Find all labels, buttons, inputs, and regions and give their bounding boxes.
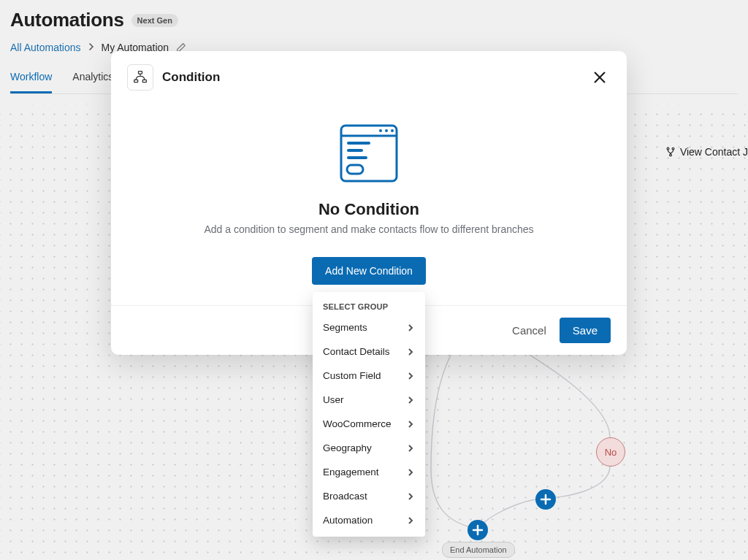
svg-point-9 [385, 129, 388, 132]
breadcrumb-root-link[interactable]: All Automations [10, 42, 81, 53]
branch-icon [665, 147, 676, 157]
add-step-button[interactable] [535, 489, 556, 510]
tab-analytics[interactable]: Analytics [72, 71, 113, 93]
dropdown-item-custom-field[interactable]: Custom Field [313, 364, 425, 388]
cancel-button[interactable]: Cancel [512, 324, 546, 337]
svg-rect-14 [347, 165, 363, 174]
empty-state-subtitle: Add a condition to segment and make cont… [204, 223, 533, 235]
svg-rect-3 [139, 72, 142, 74]
nextgen-badge: Next Gen [131, 14, 178, 27]
chevron-right-icon [406, 323, 415, 332]
svg-point-2 [669, 154, 671, 156]
dropdown-item-label: WooCommerce [323, 418, 392, 429]
condition-group-dropdown: SELECT GROUP Segments Contact Details Cu… [313, 292, 425, 537]
chevron-right-icon [88, 42, 94, 53]
chevron-right-icon [406, 348, 415, 356]
dropdown-item-broadcast[interactable]: Broadcast [313, 484, 425, 508]
page-title-row: Automations Next Gen [10, 9, 738, 31]
branch-no-node[interactable]: No [596, 437, 625, 467]
svg-point-0 [667, 147, 669, 150]
svg-point-8 [379, 129, 382, 132]
add-condition-button[interactable]: Add New Condition [312, 257, 426, 285]
view-contact-button[interactable]: View Contact J [665, 146, 748, 158]
dropdown-group-label: SELECT GROUP [313, 296, 425, 315]
save-button[interactable]: Save [560, 318, 611, 343]
plus-icon [540, 494, 552, 505]
close-button[interactable] [589, 66, 611, 88]
chevron-right-icon [406, 468, 415, 477]
dropdown-item-label: Custom Field [323, 370, 381, 381]
modal-title: Condition [162, 70, 220, 85]
plus-icon [472, 524, 484, 536]
page-title: Automations [10, 9, 124, 31]
dropdown-item-label: Automation [323, 515, 373, 526]
dropdown-item-user[interactable]: User [313, 388, 425, 412]
svg-rect-4 [134, 80, 138, 82]
dropdown-item-segments[interactable]: Segments [313, 315, 425, 340]
dropdown-item-label: Segments [323, 322, 367, 333]
dropdown-item-woocommerce[interactable]: WooCommerce [313, 412, 425, 436]
svg-rect-5 [142, 80, 146, 82]
chevron-right-icon [406, 396, 415, 404]
empty-state-title: No Condition [318, 200, 419, 219]
add-step-button[interactable] [468, 520, 488, 540]
document-icon [335, 120, 402, 187]
dropdown-item-label: Broadcast [323, 491, 367, 502]
svg-point-10 [391, 129, 394, 132]
view-contact-label: View Contact J [680, 146, 748, 158]
svg-rect-11 [347, 142, 370, 145]
dropdown-item-contact-details[interactable]: Contact Details [313, 340, 425, 364]
dropdown-item-label: Contact Details [323, 346, 390, 357]
svg-point-1 [672, 147, 674, 150]
chevron-right-icon [406, 492, 415, 501]
dropdown-item-label: Engagement [323, 467, 379, 477]
svg-rect-12 [347, 149, 363, 152]
chevron-right-icon [406, 372, 415, 380]
chevron-right-icon [406, 444, 415, 453]
tab-workflow[interactable]: Workflow [10, 71, 52, 93]
dropdown-item-label: User [323, 394, 344, 405]
dropdown-item-engagement[interactable]: Engagement [313, 460, 425, 484]
end-automation-node: End Automation [442, 542, 515, 558]
close-icon [592, 69, 608, 85]
svg-rect-13 [347, 156, 367, 159]
chevron-right-icon [406, 420, 415, 429]
dropdown-item-automation[interactable]: Automation [313, 508, 425, 532]
dropdown-item-label: Geography [323, 442, 372, 453]
chevron-right-icon [406, 516, 415, 525]
condition-icon [127, 64, 153, 91]
dropdown-item-geography[interactable]: Geography [313, 436, 425, 460]
